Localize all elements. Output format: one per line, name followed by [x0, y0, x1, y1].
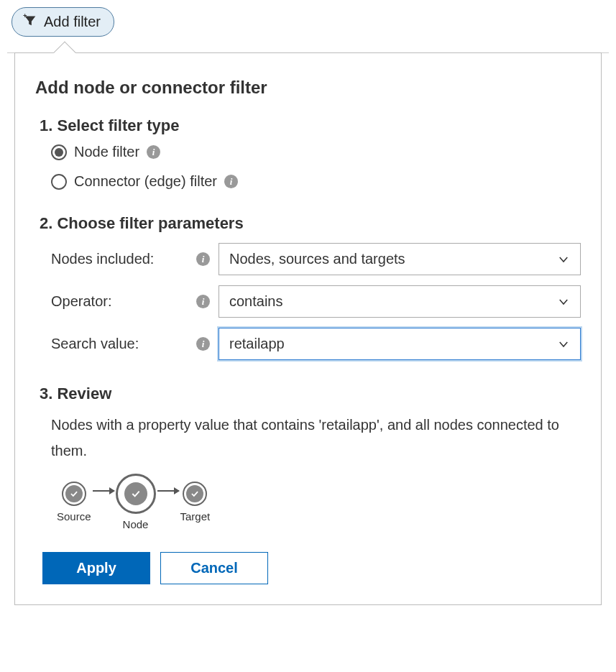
search-value-label: Search value:: [51, 336, 188, 352]
diagram-center-node: [116, 474, 156, 514]
svg-text:+: +: [23, 12, 27, 19]
radio-connector-filter[interactable]: [51, 174, 67, 190]
info-icon[interactable]: i: [224, 175, 238, 188]
check-icon: [190, 489, 200, 499]
diagram-target-node: [183, 482, 207, 506]
operator-label: Operator:: [51, 293, 188, 310]
apply-button[interactable]: Apply: [42, 552, 150, 584]
diagram-target-label: Target: [180, 510, 211, 523]
chevron-down-icon: [557, 338, 570, 351]
check-icon: [69, 489, 79, 499]
chevron-down-icon: [557, 253, 570, 266]
nodes-included-value: Nodes, sources and targets: [229, 251, 405, 267]
arrow-icon: [93, 490, 114, 492]
check-icon: [130, 488, 142, 500]
review-diagram: Source Node Target: [57, 474, 581, 530]
add-filter-button[interactable]: + Add filter: [12, 7, 114, 37]
search-value-value: retailapp: [229, 336, 285, 352]
diagram-source-label: Source: [57, 510, 91, 523]
section2-heading: 2. Choose filter parameters: [40, 214, 581, 233]
operator-value: contains: [229, 293, 283, 310]
section3-heading: 3. Review: [40, 385, 581, 403]
review-text: Nodes with a property value that contain…: [51, 412, 581, 464]
nodes-included-select[interactable]: Nodes, sources and targets: [219, 243, 581, 275]
info-icon[interactable]: i: [196, 337, 210, 351]
search-value-select[interactable]: retailapp: [219, 328, 581, 360]
diagram-source-node: [62, 482, 86, 506]
filter-panel: Add node or connector filter 1. Select f…: [14, 52, 602, 605]
info-icon[interactable]: i: [196, 295, 210, 308]
chevron-down-icon: [557, 295, 570, 308]
cancel-button[interactable]: Cancel: [160, 552, 268, 584]
info-icon[interactable]: i: [196, 252, 210, 266]
nodes-included-label: Nodes included:: [51, 251, 188, 267]
radio-node-filter-label: Node filter: [74, 144, 139, 160]
filter-plus-icon: +: [22, 12, 38, 32]
info-icon[interactable]: i: [147, 145, 160, 159]
panel-title: Add node or connector filter: [35, 78, 581, 98]
radio-connector-filter-label: Connector (edge) filter: [74, 173, 217, 190]
radio-node-filter[interactable]: [51, 144, 67, 160]
section1-heading: 1. Select filter type: [40, 116, 581, 135]
arrow-icon: [157, 490, 179, 492]
diagram-node-label: Node: [123, 518, 149, 530]
panel-pointer: [53, 41, 75, 63]
operator-select[interactable]: contains: [219, 285, 581, 318]
add-filter-label: Add filter: [44, 14, 101, 30]
